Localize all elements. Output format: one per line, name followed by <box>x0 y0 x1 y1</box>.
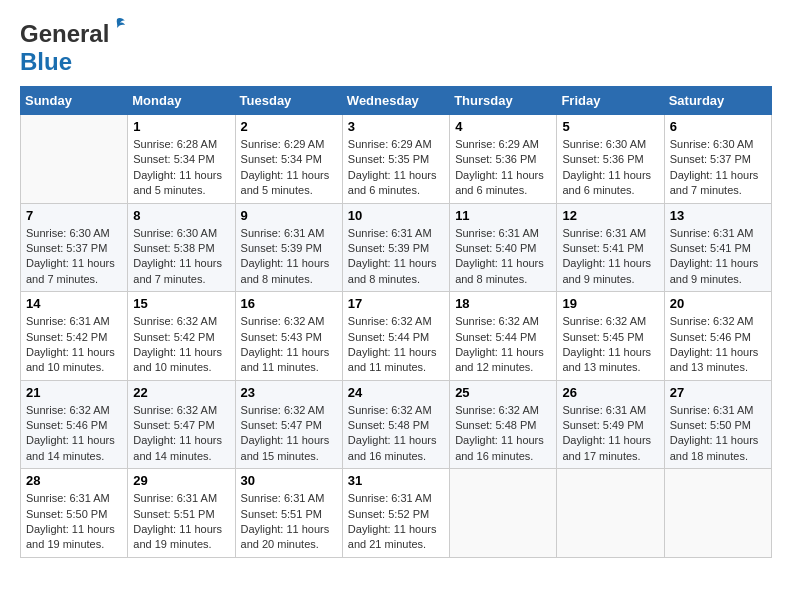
calendar-cell: 24Sunrise: 6:32 AMSunset: 5:48 PMDayligh… <box>342 380 449 469</box>
day-number: 13 <box>670 208 766 223</box>
calendar-cell: 3Sunrise: 6:29 AMSunset: 5:35 PMDaylight… <box>342 115 449 204</box>
day-number: 10 <box>348 208 444 223</box>
day-number: 14 <box>26 296 122 311</box>
day-number: 24 <box>348 385 444 400</box>
day-details: Sunrise: 6:32 AMSunset: 5:48 PMDaylight:… <box>348 403 444 465</box>
calendar-cell: 18Sunrise: 6:32 AMSunset: 5:44 PMDayligh… <box>450 292 557 381</box>
day-details: Sunrise: 6:32 AMSunset: 5:43 PMDaylight:… <box>241 314 337 376</box>
day-number: 29 <box>133 473 229 488</box>
day-number: 20 <box>670 296 766 311</box>
week-row-5: 28Sunrise: 6:31 AMSunset: 5:50 PMDayligh… <box>21 469 772 558</box>
calendar-cell: 13Sunrise: 6:31 AMSunset: 5:41 PMDayligh… <box>664 203 771 292</box>
day-number: 2 <box>241 119 337 134</box>
day-number: 26 <box>562 385 658 400</box>
day-number: 21 <box>26 385 122 400</box>
calendar-cell: 15Sunrise: 6:32 AMSunset: 5:42 PMDayligh… <box>128 292 235 381</box>
calendar-cell <box>664 469 771 558</box>
calendar-cell: 9Sunrise: 6:31 AMSunset: 5:39 PMDaylight… <box>235 203 342 292</box>
day-number: 28 <box>26 473 122 488</box>
weekday-header-monday: Monday <box>128 87 235 115</box>
calendar-cell: 20Sunrise: 6:32 AMSunset: 5:46 PMDayligh… <box>664 292 771 381</box>
calendar-cell: 5Sunrise: 6:30 AMSunset: 5:36 PMDaylight… <box>557 115 664 204</box>
day-number: 18 <box>455 296 551 311</box>
day-details: Sunrise: 6:32 AMSunset: 5:45 PMDaylight:… <box>562 314 658 376</box>
day-details: Sunrise: 6:31 AMSunset: 5:50 PMDaylight:… <box>26 491 122 553</box>
day-details: Sunrise: 6:29 AMSunset: 5:34 PMDaylight:… <box>241 137 337 199</box>
day-number: 31 <box>348 473 444 488</box>
weekday-header-row: SundayMondayTuesdayWednesdayThursdayFrid… <box>21 87 772 115</box>
day-details: Sunrise: 6:32 AMSunset: 5:47 PMDaylight:… <box>133 403 229 465</box>
day-number: 15 <box>133 296 229 311</box>
day-number: 27 <box>670 385 766 400</box>
calendar-cell: 31Sunrise: 6:31 AMSunset: 5:52 PMDayligh… <box>342 469 449 558</box>
day-details: Sunrise: 6:30 AMSunset: 5:37 PMDaylight:… <box>670 137 766 199</box>
calendar-cell: 16Sunrise: 6:32 AMSunset: 5:43 PMDayligh… <box>235 292 342 381</box>
calendar-cell: 23Sunrise: 6:32 AMSunset: 5:47 PMDayligh… <box>235 380 342 469</box>
day-number: 9 <box>241 208 337 223</box>
calendar-cell <box>450 469 557 558</box>
calendar-cell: 17Sunrise: 6:32 AMSunset: 5:44 PMDayligh… <box>342 292 449 381</box>
day-details: Sunrise: 6:31 AMSunset: 5:50 PMDaylight:… <box>670 403 766 465</box>
day-details: Sunrise: 6:28 AMSunset: 5:34 PMDaylight:… <box>133 137 229 199</box>
week-row-2: 7Sunrise: 6:30 AMSunset: 5:37 PMDaylight… <box>21 203 772 292</box>
day-number: 5 <box>562 119 658 134</box>
day-details: Sunrise: 6:31 AMSunset: 5:41 PMDaylight:… <box>562 226 658 288</box>
week-row-4: 21Sunrise: 6:32 AMSunset: 5:46 PMDayligh… <box>21 380 772 469</box>
day-number: 1 <box>133 119 229 134</box>
calendar-cell: 26Sunrise: 6:31 AMSunset: 5:49 PMDayligh… <box>557 380 664 469</box>
day-details: Sunrise: 6:31 AMSunset: 5:39 PMDaylight:… <box>241 226 337 288</box>
calendar-cell: 6Sunrise: 6:30 AMSunset: 5:37 PMDaylight… <box>664 115 771 204</box>
calendar-cell: 1Sunrise: 6:28 AMSunset: 5:34 PMDaylight… <box>128 115 235 204</box>
calendar-cell: 22Sunrise: 6:32 AMSunset: 5:47 PMDayligh… <box>128 380 235 469</box>
day-details: Sunrise: 6:32 AMSunset: 5:48 PMDaylight:… <box>455 403 551 465</box>
calendar-cell: 21Sunrise: 6:32 AMSunset: 5:46 PMDayligh… <box>21 380 128 469</box>
day-number: 7 <box>26 208 122 223</box>
day-details: Sunrise: 6:31 AMSunset: 5:51 PMDaylight:… <box>133 491 229 553</box>
day-details: Sunrise: 6:32 AMSunset: 5:46 PMDaylight:… <box>26 403 122 465</box>
day-number: 16 <box>241 296 337 311</box>
calendar-cell: 28Sunrise: 6:31 AMSunset: 5:50 PMDayligh… <box>21 469 128 558</box>
day-number: 17 <box>348 296 444 311</box>
calendar-cell: 2Sunrise: 6:29 AMSunset: 5:34 PMDaylight… <box>235 115 342 204</box>
weekday-header-wednesday: Wednesday <box>342 87 449 115</box>
calendar-cell <box>557 469 664 558</box>
logo-blue: Blue <box>20 48 72 76</box>
day-number: 6 <box>670 119 766 134</box>
day-details: Sunrise: 6:30 AMSunset: 5:36 PMDaylight:… <box>562 137 658 199</box>
day-number: 30 <box>241 473 337 488</box>
calendar-cell: 14Sunrise: 6:31 AMSunset: 5:42 PMDayligh… <box>21 292 128 381</box>
calendar-cell: 27Sunrise: 6:31 AMSunset: 5:50 PMDayligh… <box>664 380 771 469</box>
calendar-cell: 11Sunrise: 6:31 AMSunset: 5:40 PMDayligh… <box>450 203 557 292</box>
day-number: 25 <box>455 385 551 400</box>
day-details: Sunrise: 6:29 AMSunset: 5:35 PMDaylight:… <box>348 137 444 199</box>
day-details: Sunrise: 6:32 AMSunset: 5:44 PMDaylight:… <box>455 314 551 376</box>
page-header: General Blue <box>20 20 772 76</box>
day-details: Sunrise: 6:31 AMSunset: 5:49 PMDaylight:… <box>562 403 658 465</box>
weekday-header-tuesday: Tuesday <box>235 87 342 115</box>
calendar-cell: 8Sunrise: 6:30 AMSunset: 5:38 PMDaylight… <box>128 203 235 292</box>
calendar-table: SundayMondayTuesdayWednesdayThursdayFrid… <box>20 86 772 558</box>
day-details: Sunrise: 6:31 AMSunset: 5:39 PMDaylight:… <box>348 226 444 288</box>
calendar-cell: 29Sunrise: 6:31 AMSunset: 5:51 PMDayligh… <box>128 469 235 558</box>
day-number: 11 <box>455 208 551 223</box>
weekday-header-friday: Friday <box>557 87 664 115</box>
logo-bird-icon <box>107 16 127 36</box>
day-number: 12 <box>562 208 658 223</box>
calendar-cell: 7Sunrise: 6:30 AMSunset: 5:37 PMDaylight… <box>21 203 128 292</box>
day-number: 19 <box>562 296 658 311</box>
day-number: 22 <box>133 385 229 400</box>
weekday-header-thursday: Thursday <box>450 87 557 115</box>
calendar-cell: 12Sunrise: 6:31 AMSunset: 5:41 PMDayligh… <box>557 203 664 292</box>
day-details: Sunrise: 6:31 AMSunset: 5:41 PMDaylight:… <box>670 226 766 288</box>
day-details: Sunrise: 6:32 AMSunset: 5:46 PMDaylight:… <box>670 314 766 376</box>
calendar-cell <box>21 115 128 204</box>
day-details: Sunrise: 6:31 AMSunset: 5:42 PMDaylight:… <box>26 314 122 376</box>
calendar-cell: 10Sunrise: 6:31 AMSunset: 5:39 PMDayligh… <box>342 203 449 292</box>
logo-general: General <box>20 20 109 47</box>
day-details: Sunrise: 6:31 AMSunset: 5:51 PMDaylight:… <box>241 491 337 553</box>
day-details: Sunrise: 6:32 AMSunset: 5:42 PMDaylight:… <box>133 314 229 376</box>
day-details: Sunrise: 6:31 AMSunset: 5:52 PMDaylight:… <box>348 491 444 553</box>
day-number: 8 <box>133 208 229 223</box>
calendar-cell: 25Sunrise: 6:32 AMSunset: 5:48 PMDayligh… <box>450 380 557 469</box>
day-details: Sunrise: 6:32 AMSunset: 5:47 PMDaylight:… <box>241 403 337 465</box>
